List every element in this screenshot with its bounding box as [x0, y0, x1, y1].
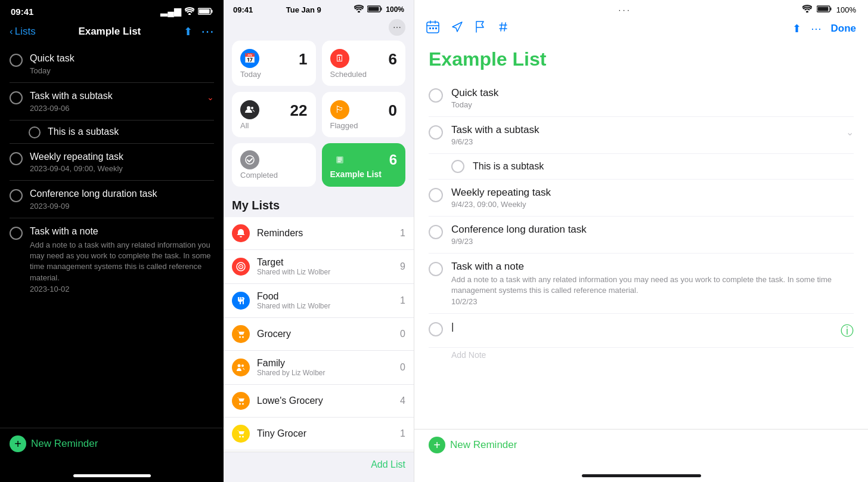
detail-task-item[interactable]: Weekly repeating task 9/4/23, 09:00, Wee… [429, 180, 854, 217]
info-icon[interactable]: ⓘ [841, 322, 854, 340]
list-shared: Shared with Liz Wolber [257, 302, 393, 310]
detail-status-right: 100% [802, 5, 856, 14]
all-count: 22 [290, 101, 308, 120]
ipad-battery-icon [367, 5, 382, 14]
svg-point-17 [239, 403, 241, 405]
stat-card-example-list[interactable]: 6 Example List [322, 143, 406, 187]
send-icon[interactable] [451, 21, 463, 36]
list-shared: Shared by Liz Wolber [257, 369, 393, 377]
list-name-content: Lowe's Grocery [257, 396, 393, 406]
detail-task-item[interactable]: Conference long duration task 9/9/23 [429, 217, 854, 254]
lowes-icon [232, 392, 250, 410]
detail-task-content: Task with a subtask 9/6/23 [451, 124, 838, 146]
task-checkbox[interactable] [10, 189, 23, 202]
toolbar-left [426, 20, 509, 36]
list-item-tiny-grocer[interactable]: Tiny Grocer 1 [224, 418, 414, 450]
iphone-status-icons: ▂▄▆ [160, 6, 213, 17]
stat-card-flagged[interactable]: 🏳 0 Flagged [322, 92, 406, 137]
detail-task-checkbox[interactable] [429, 262, 443, 276]
signal-icon: ▂▄▆ [160, 6, 181, 17]
my-lists-title: My Lists [224, 195, 414, 217]
stat-card-completed[interactable]: Completed [232, 143, 316, 187]
detail-task-item-expandable[interactable]: Task with a subtask 9/6/23 ⌄ [429, 117, 854, 154]
iphone-share-icon[interactable]: ⬆ [184, 25, 193, 38]
detail-list-title: Example List [414, 42, 868, 80]
list-item-food[interactable]: Food Shared with Liz Wolber 1 [224, 284, 414, 318]
list-item-grocery[interactable]: Grocery 0 [224, 318, 414, 351]
list-item-lowes[interactable]: Lowe's Grocery 4 [224, 385, 414, 418]
hashtag-icon[interactable] [498, 21, 509, 35]
back-button[interactable]: ‹ Lists [10, 26, 36, 38]
list-item-reminders[interactable]: Reminders 1 [224, 217, 414, 250]
task-item[interactable]: Quick task Today [10, 45, 214, 83]
tiny-grocer-icon [232, 425, 250, 443]
scheduled-count: 6 [389, 50, 397, 69]
detail-home-indicator [414, 465, 868, 482]
list-name: Tiny Grocer [257, 428, 393, 439]
ipad-sidebar: 09:41 Tue Jan 9 100% ⋯ 📅 1 Today 🗓 [224, 0, 414, 482]
add-list-button[interactable]: Add List [371, 459, 405, 470]
new-task-input[interactable] [451, 321, 832, 333]
detail-task-item[interactable]: Quick task Today [429, 80, 854, 117]
detail-new-task-checkbox[interactable] [429, 322, 443, 336]
detail-task-item-with-note[interactable]: Task with a note Add a note to a task wi… [429, 254, 854, 314]
list-name-content: Food Shared with Liz Wolber [257, 291, 393, 310]
iphone-time: 09:41 [11, 7, 33, 17]
detail-subtask-item[interactable]: This is a subtask [429, 154, 854, 180]
detail-dots-icon: · · · [619, 5, 630, 14]
task-date: 2023-09-04, 09:00, Weekly [30, 164, 214, 173]
flag-icon[interactable] [475, 21, 486, 36]
stat-card-scheduled[interactable]: 🗓 6 Scheduled [322, 41, 406, 86]
detail-new-task-row[interactable]: ⓘ [429, 314, 854, 348]
detail-expand-icon[interactable]: ⌄ [846, 126, 854, 138]
subtask-item[interactable]: This is a subtask [10, 120, 214, 144]
detail-status-icons: · · · [619, 5, 630, 14]
scheduled-icon: 🗓 [330, 49, 349, 68]
detail-more-icon[interactable]: ⋯ [811, 22, 822, 35]
expand-arrow-icon[interactable]: ⌄ [207, 92, 214, 102]
detail-task-checkbox[interactable] [429, 125, 443, 140]
task-item[interactable]: Weekly repeating task 2023-09-04, 09:00,… [10, 144, 214, 181]
task-name: Conference long duration task [30, 188, 214, 200]
task-item[interactable]: Conference long duration task 2023-09-09 [10, 181, 214, 218]
svg-point-15 [238, 364, 241, 367]
detail-subtask-checkbox[interactable] [451, 160, 464, 173]
task-item-with-note[interactable]: Task with a note Add a note to a task wi… [10, 218, 214, 301]
list-shared: Shared with Liz Wolber [257, 268, 393, 276]
svg-rect-26 [830, 7, 831, 10]
list-count: 1 [400, 295, 405, 306]
detail-task-checkbox[interactable] [429, 225, 443, 239]
task-name: Task with a note [30, 225, 214, 238]
add-note-placeholder: Add Note [429, 348, 854, 360]
detail-new-reminder-label: New Reminder [450, 439, 517, 451]
list-item-family[interactable]: Family Shared by Liz Wolber 0 [224, 351, 414, 385]
task-checkbox[interactable] [10, 152, 23, 165]
task-checkbox[interactable] [10, 91, 23, 104]
detail-share-icon[interactable]: ⬆ [792, 22, 801, 35]
detail-new-reminder-button[interactable]: + New Reminder [429, 437, 517, 453]
detail-task-checkbox[interactable] [429, 188, 443, 202]
list-name-content: Tiny Grocer [257, 428, 393, 439]
new-reminder-button[interactable]: + New Reminder [10, 435, 214, 452]
ipad-detail-toolbar: ⬆ ⋯ Done [414, 17, 868, 42]
stat-card-today[interactable]: 📅 1 Today [232, 41, 316, 86]
calendar-grid-icon[interactable] [426, 20, 439, 36]
detail-task-content: Weekly repeating task 9/4/23, 09:00, Wee… [451, 187, 854, 209]
stat-header [240, 150, 308, 169]
sidebar-more-button[interactable]: ⋯ [389, 19, 405, 36]
task-checkbox[interactable] [10, 227, 23, 240]
iphone-status-bar: 09:41 ▂▄▆ [0, 0, 224, 20]
iphone-more-icon[interactable]: ⋯ [201, 24, 214, 39]
detail-task-date: 9/9/23 [451, 237, 854, 246]
subtask-checkbox[interactable] [29, 126, 41, 138]
list-item-target[interactable]: Target Shared with Liz Wolber 9 [224, 250, 414, 284]
done-button[interactable]: Done [831, 23, 857, 35]
task-checkbox[interactable] [10, 54, 23, 67]
list-count: 1 [400, 428, 405, 439]
iphone-bottom-bar: + New Reminder [0, 428, 224, 464]
stat-card-all[interactable]: 22 All [232, 92, 316, 137]
home-bar [73, 474, 151, 477]
completed-icon [240, 150, 259, 169]
task-item-expandable[interactable]: Task with a subtask 2023-09-06 ⌄ [10, 83, 214, 120]
detail-task-checkbox[interactable] [429, 88, 443, 103]
